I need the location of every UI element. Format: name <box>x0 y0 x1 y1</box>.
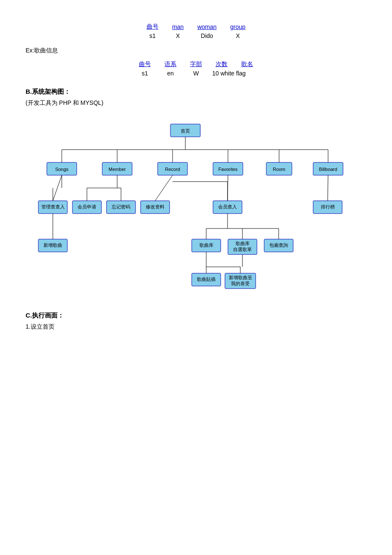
col-header-group: group <box>223 22 252 32</box>
svg-line-37 <box>53 175 62 201</box>
svg-text:修改资料: 修改资料 <box>146 204 164 209</box>
svg-text:排行榜: 排行榜 <box>321 204 335 209</box>
svg-text:会员查入: 会员查入 <box>218 204 237 209</box>
section-b-heading: B.系统架构图： <box>26 88 366 96</box>
col2-header-lang: 语系 <box>158 60 183 69</box>
svg-text:Record: Record <box>165 167 180 172</box>
svg-text:包廂查詢: 包廂查詢 <box>269 243 288 248</box>
svg-text:歌曲库: 歌曲库 <box>199 243 213 248</box>
architecture-diagram: 首页 Songs Member Record Favorites Room Bi… <box>26 116 366 295</box>
section-c-heading: C.执行画面： <box>26 312 366 320</box>
table-row: s1 X Dido X <box>140 32 252 40</box>
cell-man: X <box>165 32 190 40</box>
svg-text:自選歌單: 自選歌單 <box>233 247 252 252</box>
cell2-lang: en <box>158 69 183 78</box>
svg-text:歌曲貼插: 歌曲貼插 <box>197 277 216 282</box>
svg-text:歌曲库: 歌曲库 <box>236 241 250 246</box>
svg-text:我的喜受: 我的喜受 <box>231 281 250 286</box>
svg-text:新增歌曲: 新增歌曲 <box>43 243 62 248</box>
cell2-char: W <box>183 69 209 78</box>
svg-text:会员申请: 会员申请 <box>78 204 96 209</box>
svg-text:管理查查入: 管理查查入 <box>41 204 65 209</box>
svg-text:忘记密码: 忘记密码 <box>112 204 130 209</box>
svg-text:Favorites: Favorites <box>218 167 238 172</box>
col2-header-songid: 曲号 <box>132 60 158 69</box>
section-c-sub: 1.设立首页 <box>26 323 366 331</box>
ex-label: Ex:歌曲信息 <box>26 47 366 55</box>
col2-header-char: 字部 <box>183 60 209 69</box>
col2-header-count: 次数 <box>209 60 234 69</box>
col-header-man: man <box>165 22 190 32</box>
svg-text:Songs: Songs <box>55 167 69 172</box>
svg-text:Billboard: Billboard <box>319 167 337 172</box>
cell2-count: 10 white flag <box>209 69 260 78</box>
section-b-sub: (开发工具为 PHP 和 MYSQL) <box>26 99 366 107</box>
svg-text:Member: Member <box>109 167 126 172</box>
svg-line-42 <box>155 175 173 201</box>
cell2-songid: s1 <box>132 69 158 78</box>
col-header-songid: 曲号 <box>140 22 165 32</box>
svg-text:Room: Room <box>273 167 285 172</box>
cell-group: X <box>223 32 252 40</box>
col2-header-name: 歌名 <box>234 60 260 69</box>
table2-row: s1 en W 10 white flag <box>132 69 260 78</box>
svg-text:首页: 首页 <box>181 128 190 133</box>
cell-songid: s1 <box>140 32 165 40</box>
svg-line-45 <box>228 175 228 201</box>
col-header-woman: woman <box>190 22 223 32</box>
cell-woman: Dido <box>190 32 223 40</box>
svg-text:新增歌曲至: 新增歌曲至 <box>229 275 252 280</box>
svg-line-46 <box>328 175 328 201</box>
